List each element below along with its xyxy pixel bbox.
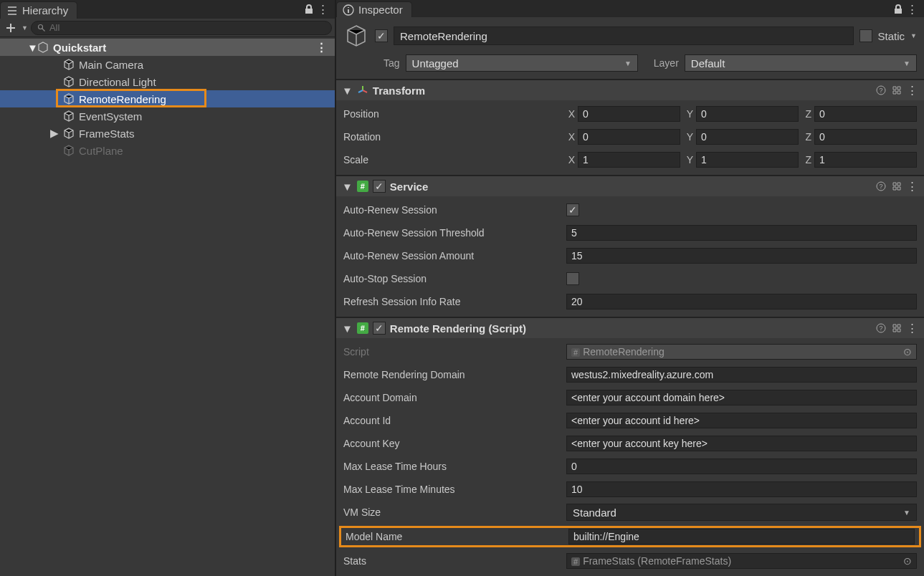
foldout-icon[interactable]: ▶ [50, 127, 59, 140]
hierarchy-item[interactable]: EventSystem [0, 107, 335, 125]
rotation-z-input[interactable]: 0 [814, 129, 917, 145]
static-dropdown-icon[interactable]: ▼ [910, 32, 917, 39]
hierarchy-tab[interactable]: Hierarchy [0, 1, 77, 19]
gameobject-icon [63, 128, 75, 139]
layer-dropdown[interactable]: Default▼ [685, 54, 917, 72]
rotation-x-input[interactable]: 0 [578, 129, 680, 145]
hierarchy-tree: ▼ Quickstart ⋮ Main CameraDirectional Li… [0, 37, 335, 576]
scene-menu-icon[interactable]: ⋮ [316, 41, 328, 54]
active-checkbox[interactable] [375, 29, 388, 42]
position-z-input[interactable]: 0 [814, 106, 917, 122]
scale-z-input[interactable]: 1 [814, 152, 917, 168]
transform-header[interactable]: ▼ Transform ? ⋮ [336, 80, 924, 100]
scene-row[interactable]: ▼ Quickstart ⋮ [0, 39, 335, 56]
scale-x-input[interactable]: 1 [578, 152, 680, 168]
account-key-input[interactable]: <enter your account key here> [566, 436, 917, 451]
inspector-header: Static ▼ Tag Untagged▼ Layer Default▼ [336, 17, 924, 79]
gameobject-icon [63, 110, 75, 122]
account-domain-input[interactable]: <enter your account domain here> [566, 390, 917, 405]
rotation-y-input[interactable]: 0 [696, 129, 799, 145]
item-label: FrameStats [79, 128, 135, 140]
auto-renew-checkbox[interactable] [566, 203, 579, 216]
static-checkbox[interactable] [859, 29, 872, 42]
help-icon[interactable]: ? [875, 322, 887, 334]
domain-input[interactable]: westus2.mixedreality.azure.com [566, 367, 917, 383]
component-menu-icon[interactable]: ⋮ [907, 322, 918, 335]
inspector-panel: Inspector ⋮ Static ▼ Tag Untagged▼ Layer… [336, 0, 924, 576]
object-picker-icon[interactable]: ⊙ [903, 555, 912, 567]
preset-icon[interactable] [891, 85, 902, 96]
layer-label: Layer [654, 57, 679, 69]
component-enabled-checkbox[interactable] [373, 322, 386, 335]
scale-y-input[interactable]: 1 [696, 152, 799, 168]
component-menu-icon[interactable]: ⋮ [907, 84, 918, 97]
refresh-input[interactable]: 20 [566, 294, 917, 309]
auto-stop-checkbox[interactable] [566, 272, 579, 285]
search-placeholder: All [49, 22, 59, 33]
help-icon[interactable]: ? [875, 85, 887, 96]
hierarchy-search[interactable]: All [31, 21, 332, 35]
transform-title: Transform [373, 85, 871, 97]
hierarchy-item[interactable]: RemoteRendering [0, 90, 335, 107]
hierarchy-tab-label: Hierarchy [22, 4, 68, 16]
gameobject-icon[interactable] [343, 23, 369, 49]
foldout-icon[interactable]: ▼ [342, 322, 353, 335]
item-label: EventSystem [79, 110, 142, 123]
remote-rendering-header[interactable]: ▼ # Remote Rendering (Script) ? ⋮ [336, 318, 924, 338]
vm-size-dropdown[interactable]: Standard▼ [566, 504, 917, 521]
remote-rendering-component: ▼ # Remote Rendering (Script) ? ⋮ Script… [336, 317, 924, 576]
item-label: CutPlane [79, 145, 123, 157]
amount-input[interactable]: 15 [566, 248, 917, 264]
inspector-tab-label: Inspector [358, 4, 403, 16]
position-x-input[interactable]: 0 [578, 106, 680, 122]
lease-minutes-input[interactable]: 10 [566, 481, 917, 497]
foldout-icon[interactable]: ▼ [342, 85, 353, 97]
kebab-icon[interactable]: ⋮ [318, 4, 329, 15]
hierarchy-item[interactable]: Directional Light [0, 73, 335, 90]
svg-text:?: ? [879, 325, 882, 332]
model-name-input[interactable]: builtin://Engine [568, 529, 915, 544]
foldout-icon[interactable]: ▼ [27, 42, 36, 54]
position-y-input[interactable]: 0 [696, 106, 799, 122]
gameobject-icon [63, 145, 75, 156]
stats-field[interactable]: #FrameStats (RemoteFrameStats)⊙ [566, 553, 917, 569]
search-icon [37, 24, 46, 32]
object-picker-icon[interactable]: ⊙ [903, 346, 912, 357]
scene-label: Quickstart [53, 42, 106, 54]
transform-icon [357, 85, 368, 96]
script-icon: # [357, 322, 368, 334]
svg-text:?: ? [879, 87, 882, 94]
hierarchy-item[interactable]: CutPlane [0, 142, 335, 159]
inspector-tab[interactable]: Inspector [336, 1, 412, 17]
script-field[interactable]: #RemoteRendering⊙ [566, 344, 917, 360]
hierarchy-toolbar: ▼ All [0, 19, 335, 37]
account-id-input[interactable]: <enter your account id here> [566, 413, 917, 428]
component-enabled-checkbox[interactable] [373, 180, 386, 193]
lock-icon[interactable] [303, 4, 315, 15]
hierarchy-item[interactable]: ▶FrameStats [0, 125, 335, 142]
tag-dropdown[interactable]: Untagged▼ [406, 54, 638, 72]
add-icon[interactable] [3, 22, 19, 34]
add-dropdown-icon[interactable]: ▼ [22, 24, 28, 32]
service-component: ▼ # Service ? ⋮ Auto-Renew Session Auto-… [336, 175, 924, 317]
service-header[interactable]: ▼ # Service ? ⋮ [336, 176, 924, 196]
remote-title: Remote Rendering (Script) [390, 322, 871, 335]
hierarchy-item[interactable]: Main Camera [0, 56, 335, 73]
foldout-icon[interactable]: ▼ [342, 181, 353, 193]
gameobject-icon [63, 93, 75, 105]
help-icon[interactable]: ? [875, 181, 887, 192]
tag-label: Tag [384, 57, 400, 69]
gameobject-icon [63, 59, 75, 70]
lock-icon[interactable] [892, 4, 904, 15]
component-menu-icon[interactable]: ⋮ [907, 180, 918, 193]
kebab-icon[interactable]: ⋮ [907, 4, 918, 15]
object-name-input[interactable] [394, 27, 854, 45]
transform-component: ▼ Transform ? ⋮ Position X0 Y0 Z0 Rotati… [336, 79, 924, 175]
script-icon: # [357, 181, 368, 192]
preset-icon[interactable] [891, 181, 902, 192]
preset-icon[interactable] [891, 322, 902, 334]
unity-icon [37, 42, 49, 53]
item-label: RemoteRendering [79, 93, 166, 105]
threshold-input[interactable]: 5 [566, 225, 917, 241]
lease-hours-input[interactable]: 0 [566, 459, 917, 474]
